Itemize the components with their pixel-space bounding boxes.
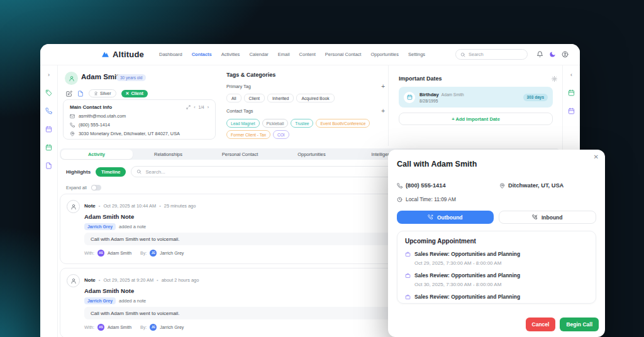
tier-badge[interactable]: Silver [89, 89, 116, 97]
call-phone-row: (800) 555-1414 [397, 182, 499, 189]
edit-icon[interactable] [66, 91, 72, 97]
call-phone-number: (800) 555-1414 [406, 182, 446, 189]
note-author-icon [70, 204, 77, 210]
tag-filters: All Client Inherited Acquired Book [226, 94, 385, 102]
tab-relationships[interactable]: Relationships [133, 150, 204, 159]
tab-opportunities[interactable]: Opportunities [276, 150, 348, 159]
tag-chip[interactable]: COI [273, 130, 289, 139]
nav-settings[interactable]: Settings [408, 52, 425, 57]
appointment-item[interactable]: Sales Review: Opportunities and Planning… [405, 251, 588, 266]
note-author-badge[interactable]: Jarrich Grey [84, 297, 116, 304]
rail-expand-chevron-right-icon[interactable]: › [48, 72, 50, 78]
expand-all-row: Expand all [66, 185, 101, 191]
call-location: Ditchwater, UT, USA [508, 182, 564, 189]
highlights-toggle[interactable]: Highlights [66, 169, 91, 175]
dark-mode-moon-icon[interactable] [549, 51, 556, 58]
close-icon[interactable]: ✕ [594, 153, 599, 160]
nav-opportunities[interactable]: Opportunities [370, 52, 399, 57]
call-contact-info: (800) 555-1414 Ditchwater, UT, USA [397, 182, 596, 189]
begin-call-button[interactable]: Begin Call [560, 318, 599, 331]
contact-email-row: asmith@mod.utah.com [70, 113, 209, 119]
user-profile-icon[interactable] [562, 51, 569, 58]
age-badge: 30 years old [116, 74, 146, 81]
nav-personal-contact[interactable]: Personal Contact [325, 52, 362, 57]
tab-personal-contact[interactable]: Personal Contact [204, 150, 276, 159]
calendar-icon[interactable] [45, 144, 52, 151]
expand-all-label: Expand all [66, 185, 87, 190]
important-dates-title: Important Dates [399, 75, 442, 82]
avatar: AS [97, 250, 104, 257]
timeline-toggle[interactable]: Timeline [96, 167, 126, 177]
clock-icon [397, 197, 402, 202]
tag-chip[interactable]: Former Client - Tax [226, 130, 270, 139]
add-important-date-button[interactable]: + Add Important Date [399, 113, 553, 125]
next-page-chevron-icon[interactable]: › [208, 105, 209, 109]
nav-dashboard[interactable]: Dashboard [159, 52, 182, 57]
tags-icon[interactable] [45, 89, 52, 96]
contact-tags-label: Contact Tags [226, 108, 253, 114]
add-contact-tag-plus-icon[interactable]: + [381, 109, 385, 113]
calendar-icon[interactable] [568, 89, 575, 96]
desktop-background: Altitude Dashboard Contacts Activities C… [0, 0, 644, 337]
call-modal-footer: Cancel Begin Call [526, 318, 599, 331]
contact-quick-actions: Silver ✕ Client [66, 89, 148, 97]
appointment-item[interactable]: Sales Review: Opportunities and Planning [405, 294, 588, 300]
gear-icon[interactable] [552, 76, 557, 82]
add-primary-tag-plus-icon[interactable]: + [381, 85, 385, 89]
nav-activities[interactable]: Activities [221, 52, 240, 57]
left-rail: › [40, 65, 58, 337]
tab-activity[interactable]: Activity [61, 150, 133, 159]
expand-all-toggle[interactable] [91, 185, 101, 191]
brand-logo[interactable]: Altitude [101, 50, 144, 59]
cancel-button[interactable]: Cancel [526, 318, 556, 331]
tag-chip[interactable]: Pickleball [262, 119, 289, 128]
nav-email[interactable]: Email [278, 52, 290, 57]
note-participants: With: AS Adam Smith By: JG Jarrich Grey [84, 324, 184, 331]
page-indicator: 1/4 [199, 105, 204, 109]
calendar-icon[interactable] [568, 108, 575, 114]
tag-chip[interactable]: Lead Magnet [226, 119, 260, 128]
outbound-button[interactable]: Outbound [397, 211, 494, 224]
nav-contacts[interactable]: Contacts [192, 52, 212, 57]
global-search-placeholder: Search [469, 52, 484, 57]
nav-content[interactable]: Content [299, 52, 316, 57]
document-icon[interactable] [77, 91, 84, 97]
main-contact-info-card: Main Contact Info ‹ 1/4 › asmith@mod.uta… [63, 99, 216, 140]
avatar: JG [150, 324, 157, 331]
appointment-item[interactable]: Sales Review: Opportunities and Planning… [405, 272, 588, 287]
avatar: AS [97, 324, 104, 331]
filter-acquired-book[interactable]: Acquired Book [296, 94, 334, 102]
call-modal-title: Call with Adam Smith [397, 160, 596, 168]
inbound-button[interactable]: Inbound [499, 211, 597, 224]
nav-calendar[interactable]: Calendar [249, 52, 268, 57]
note-relative-time: about 2 hours ago [153, 277, 199, 283]
tag-chip[interactable]: Trustee [291, 119, 313, 128]
status-badge[interactable]: ✕ Client [121, 90, 148, 97]
prev-page-chevron-icon[interactable]: ‹ [194, 105, 195, 109]
tag-chip[interactable]: Event Booth/Conference [316, 119, 370, 128]
note-title: Adam Smith Note [84, 287, 134, 294]
file-icon[interactable] [45, 162, 52, 169]
search-icon [460, 52, 465, 57]
phone-icon[interactable] [45, 108, 52, 114]
filter-inherited[interactable]: Inherited [267, 94, 294, 102]
notifications-bell-icon[interactable] [536, 51, 543, 58]
calendar-icon[interactable] [45, 126, 52, 133]
contact-phone: (800) 555-1414 [79, 122, 110, 128]
birthday-entry[interactable]: Birthday Adam Smith 8/28/1995 303 days [399, 87, 553, 108]
note-datetime: Oct 29, 2025 at 9:20 AM [96, 277, 153, 283]
navbar-actions [536, 51, 569, 58]
note-title: Adam Smith Note [84, 213, 134, 220]
note-author-badge[interactable]: Jarrich Grey [84, 223, 116, 230]
tags-categories-section: Tags & Categories Primary Tag + All Clie… [226, 72, 385, 139]
rail-collapse-chevron-left-icon[interactable]: ‹ [570, 72, 572, 78]
global-search-input[interactable]: Search [455, 49, 528, 60]
appointment-title: Sales Review: Opportunities and Planning [414, 294, 520, 300]
main-nav: Dashboard Contacts Activities Calendar E… [159, 52, 425, 57]
filter-client[interactable]: Client [244, 94, 265, 102]
expand-icon[interactable] [186, 105, 191, 109]
contact-tag-list: Lead Magnet Pickleball Trustee Event Boo… [226, 119, 390, 139]
remove-icon[interactable]: ✕ [126, 91, 130, 96]
filter-all[interactable]: All [226, 94, 242, 102]
local-time-row: Local Time: 11:09 AM [397, 196, 596, 202]
